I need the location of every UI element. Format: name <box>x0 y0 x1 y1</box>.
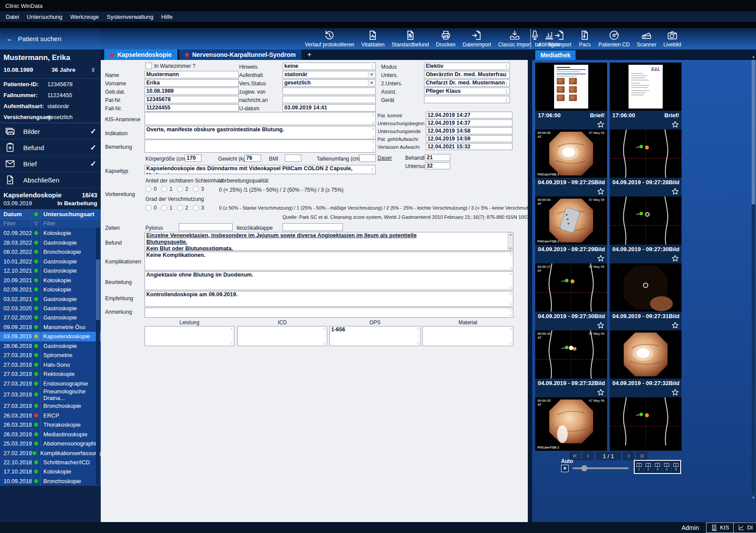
new-tab-button[interactable]: + <box>303 49 315 60</box>
date-filter-input[interactable]: Filter <box>0 221 32 227</box>
exam-row[interactable]: 03.02.2021Gastroskopie <box>0 294 101 303</box>
exam-row[interactable]: 27.02.2020Gastroskopie <box>0 313 101 322</box>
tab-nervensono-karpaltunnel-syndrom[interactable]: Nervensono-Karpaltunnel-Syndrom <box>179 49 301 60</box>
toolbar-livebild-button[interactable]: Livebild <box>660 28 685 49</box>
toolbar-vitaldaten-button[interactable]: Vitaldaten <box>358 28 388 49</box>
radio-qualitaet-1[interactable]: 1 <box>161 186 173 192</box>
layout-1-button[interactable]: 1 <box>635 461 644 473</box>
field-vorname[interactable]: Erika <box>145 79 239 87</box>
field-dauer-untersuchung[interactable]: 32 <box>425 162 450 169</box>
exam-row[interactable]: 27.02.2019Komplikationserfassung <box>0 448 101 457</box>
toolbar-pacs-button[interactable]: Pacs <box>575 28 595 49</box>
field-bemerkung[interactable]: ∧∨ <box>145 140 376 153</box>
exam-row[interactable]: 22.10.2018Schrittmacher/ICD <box>0 458 101 467</box>
exam-row[interactable]: 28.06.2019Gastroskopie <box>0 341 101 351</box>
media-item[interactable]: 04.09.2019 - 09:27:32Bild <box>610 330 682 397</box>
field-kapseltyp[interactable]: Kapselendoskopie des Dünndarms mit Video… <box>145 165 376 174</box>
toolbar-drucken-button[interactable]: Drucken <box>432 28 459 49</box>
field-pat-nr[interactable]: 12345678 <box>145 96 239 103</box>
thumbnail-size-slider[interactable] <box>572 467 629 469</box>
field-untersuchungsende[interactable]: 12.04.2019 14:58 <box>426 127 512 134</box>
spinner-icon[interactable]: ▲▼ <box>504 63 509 70</box>
media-item[interactable]: 17:06:00Brief/ <box>535 63 607 130</box>
scroll-down-icon[interactable]: ▼ <box>751 496 756 500</box>
field-u-datum[interactable]: 03.09.2019 14:41 <box>283 104 376 112</box>
media-scrollbar[interactable]: ▲ ▼ <box>751 55 756 501</box>
radio-verschmutzung-2[interactable]: 2 <box>177 205 188 211</box>
field-vers-status[interactable]: gesetzlich▼ <box>283 79 376 87</box>
field-koerpergroesse[interactable]: 170 <box>185 154 201 162</box>
toolbar-verlauf-protokollieren-button[interactable]: Verlauf protokollieren <box>301 28 358 49</box>
exam-row[interactable]: 17.10.2018Koloskopie <box>0 467 101 476</box>
toolbar-standardbefund-button[interactable]: Standardbefund <box>388 28 432 49</box>
exam-row[interactable]: 02.03.2020Gastroskopie <box>0 304 101 313</box>
toolbar-bildimport-button[interactable]: Bildimport <box>544 28 575 49</box>
spinner-icon[interactable]: ▲▼ <box>504 71 509 78</box>
exam-row[interactable]: 27.03.2019Rektoskopie <box>0 369 101 379</box>
menu-untersuchung[interactable]: Untersuchung <box>23 12 66 21</box>
radio-qualitaet-0[interactable]: 0 <box>145 186 157 192</box>
exam-row[interactable]: 10.01.2022Gastroskopie <box>0 256 101 266</box>
type-filter-input[interactable]: Filter <box>41 221 101 227</box>
radio-verschmutzung-1[interactable]: 1 <box>161 205 173 211</box>
menu-hilfe[interactable]: Hilfe <box>157 12 177 21</box>
exam-row[interactable]: 27.03.2019Pneumologische Draina... <box>0 388 101 401</box>
scroll-up-icon[interactable]: ▲ <box>751 55 756 59</box>
scrollbar-thumb[interactable] <box>96 259 100 320</box>
radio-qualitaet-3[interactable]: 3 <box>193 186 204 192</box>
field-ops[interactable]: 1-656∧∨ <box>329 326 420 346</box>
exam-row[interactable]: 27.03.2019Endosonographie <box>0 379 101 388</box>
menu-werkzeuge[interactable]: Werkzeuge <box>66 12 103 21</box>
exam-row[interactable]: 20.09.2021Koloskopie <box>0 275 101 284</box>
dropdown-arrow-icon[interactable]: ▼ <box>368 80 375 86</box>
field-aufenthalt[interactable]: stationär▼ <box>283 71 376 78</box>
exam-list-header[interactable]: Datum Untersuchungsart <box>0 209 101 219</box>
radio-verschmutzung-0[interactable]: 0 <box>145 205 157 211</box>
media-item[interactable]: 00:00:04AT07 May 09PillCam®SB 204.09.201… <box>535 196 607 263</box>
exam-row[interactable]: 08.02.2022Bronchoskopie <box>0 247 101 256</box>
auto-checkbox[interactable]: ✕ <box>561 465 569 472</box>
field-assist[interactable]: Pfleger Klaus▲▼ <box>424 88 510 95</box>
spinner-icon[interactable]: ▲▼ <box>504 80 509 86</box>
column-header-date[interactable]: Datum <box>0 211 32 217</box>
statusbar-kis-button[interactable]: KIS <box>707 523 733 533</box>
next-page-button[interactable] <box>623 452 634 460</box>
field-untersuchungsbeginn[interactable]: 12.04.2019 14:37 <box>426 119 512 126</box>
field-gewicht[interactable]: 76 <box>244 154 261 162</box>
field-bmi[interactable] <box>285 154 301 162</box>
exam-row[interactable]: 26.03.2019Mediastinoskopie <box>0 429 101 438</box>
toolbar-scanner-button[interactable]: Scanner <box>633 28 660 49</box>
media-item[interactable]: 00:00:17AT07 May 0904.09.2019 - 09:27:30… <box>535 263 607 330</box>
media-item[interactable]: 00:00:00AT07 May 09PillCam®SB 204.09.201… <box>535 130 607 196</box>
field-kis-anamnese[interactable]: ∧∨ <box>145 112 376 125</box>
scrollbar-thumb[interactable] <box>752 60 755 204</box>
media-item[interactable]: 04.09.2019 - 09:27:30Bild <box>610 196 682 263</box>
field-empfehlung[interactable]: Kontrollendoskopie am 09.09.2019.∧∨ <box>145 291 513 307</box>
field-material[interactable]: ∧∨ <box>422 326 513 346</box>
exam-row[interactable]: 09.09.2019Manometrie Öso <box>0 323 101 332</box>
wartezimmer-checkbox[interactable] <box>145 63 152 69</box>
field-nachricht-an[interactable] <box>283 96 376 103</box>
field-fall-nr[interactable]: 11224455 <box>145 104 239 112</box>
exam-row[interactable]: 03.09.2019Kapselendoskopie <box>0 332 101 341</box>
field-beurteilung[interactable]: Angiektasie ohne Blutung im Duodenum.∧∨ <box>145 271 513 290</box>
field-komplikationen[interactable]: Keine Komplikationen.∧∨ <box>145 252 513 270</box>
field-indikation[interactable]: Overte, manifeste obskure gastrointestin… <box>145 126 376 139</box>
exam-row[interactable]: 28.03.2022Gastroskopie <box>0 238 101 247</box>
column-header-type[interactable]: Untersuchungsart <box>41 211 101 217</box>
sidebar-item-bilder[interactable]: Bilder✓ <box>0 123 101 139</box>
spinner-icon[interactable]: ▲▼ <box>504 96 509 103</box>
field-ger-t[interactable]: ▲▼ <box>424 96 510 103</box>
exam-row[interactable]: 27.03.2019Bronchoskopie <box>0 401 101 410</box>
column-header-status[interactable] <box>32 209 41 219</box>
radio-qualitaet-2[interactable]: 2 <box>177 186 188 192</box>
last-page-button[interactable] <box>636 452 647 460</box>
toolbar-tat-button[interactable]: tat <box>532 28 544 49</box>
media-item[interactable]: 04.09.2019 - 09:27:28Bild <box>610 130 682 196</box>
field-icd[interactable]: ∧∨ <box>237 326 327 346</box>
favorite-star-button[interactable] <box>597 120 605 129</box>
field-pylorus[interactable] <box>179 223 233 231</box>
field-name[interactable]: Mustermann <box>145 71 239 78</box>
favorite-star-button[interactable] <box>671 388 679 396</box>
sidebar-item-brief[interactable]: Brief✓ <box>0 155 101 172</box>
